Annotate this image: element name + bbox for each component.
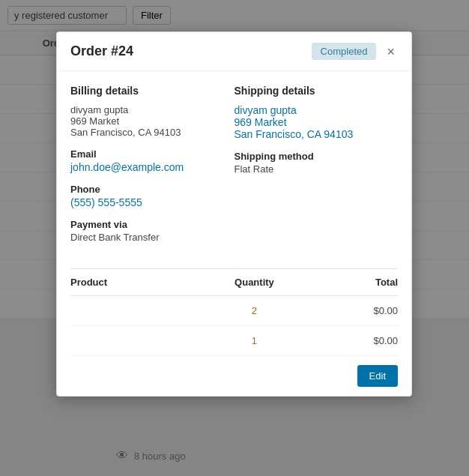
products-table: Product Quantity Total 2 $0.00 1 $0.00 (70, 269, 398, 356)
billing-email-block: Email john.doe@example.com (70, 148, 234, 173)
shipping-method-label: Shipping method (234, 151, 399, 162)
email-link[interactable]: john.doe@example.com (70, 161, 184, 173)
col-product-header: Product (70, 269, 190, 296)
modal-body: Billing details divyam gupta 969 Market … (57, 71, 411, 356)
shipping-address-line1-link[interactable]: 969 Market (234, 116, 399, 128)
billing-payment-block: Payment via Direct Bank Transfer (70, 219, 234, 243)
modal-header-right: Completed × (312, 43, 398, 60)
col-quantity-header: Quantity (190, 269, 318, 296)
billing-name: divyam gupta (70, 104, 234, 115)
billing-heading: Billing details (70, 85, 234, 97)
email-label: Email (70, 148, 234, 160)
phone-label: Phone (70, 184, 234, 195)
payment-label: Payment via (70, 219, 234, 230)
billing-address-line1: 969 Market (70, 115, 234, 127)
product-qty-cell: 1 (190, 326, 318, 356)
product-name-cell (70, 296, 190, 326)
modal-footer: Edit (57, 356, 411, 396)
products-section: Product Quantity Total 2 $0.00 1 $0.00 (70, 268, 398, 356)
shipping-address-block: divyam gupta 969 Market San Francisco, C… (234, 104, 399, 140)
shipping-details-col: Shipping details divyam gupta 969 Market… (234, 85, 399, 253)
product-total-cell: $0.00 (318, 326, 398, 356)
order-modal: Order #24 Completed × Billing details di… (56, 31, 412, 397)
product-total-cell: $0.00 (318, 296, 398, 326)
col-total-header: Total (318, 269, 398, 296)
phone-link[interactable]: (555) 555-5555 (70, 196, 142, 208)
payment-method: Direct Bank Transfer (70, 232, 234, 243)
billing-phone-block: Phone (555) 555-5555 (70, 184, 234, 208)
edit-button[interactable]: Edit (357, 365, 398, 387)
product-name-cell (70, 326, 190, 356)
close-button[interactable]: × (384, 43, 398, 60)
billing-address-line2: San Francisco, CA 94103 (70, 127, 234, 138)
details-row: Billing details divyam gupta 969 Market … (70, 85, 398, 265)
shipping-method-value: Flat Rate (234, 163, 399, 175)
shipping-address-line2-link[interactable]: San Francisco, CA 94103 (234, 128, 399, 140)
order-status-badge: Completed (312, 43, 377, 60)
billing-address-block: divyam gupta 969 Market San Francisco, C… (70, 104, 234, 138)
modal-title: Order #24 (70, 43, 133, 59)
shipping-heading: Shipping details (234, 85, 399, 97)
shipping-name-link[interactable]: divyam gupta (234, 104, 399, 116)
billing-details-col: Billing details divyam gupta 969 Market … (70, 85, 234, 253)
product-row: 1 $0.00 (70, 326, 398, 356)
shipping-method-block: Shipping method Flat Rate (234, 151, 399, 175)
product-qty-cell: 2 (190, 296, 318, 326)
products-table-header-row: Product Quantity Total (70, 269, 398, 296)
modal-header: Order #24 Completed × (57, 32, 411, 71)
product-row: 2 $0.00 (70, 296, 398, 326)
